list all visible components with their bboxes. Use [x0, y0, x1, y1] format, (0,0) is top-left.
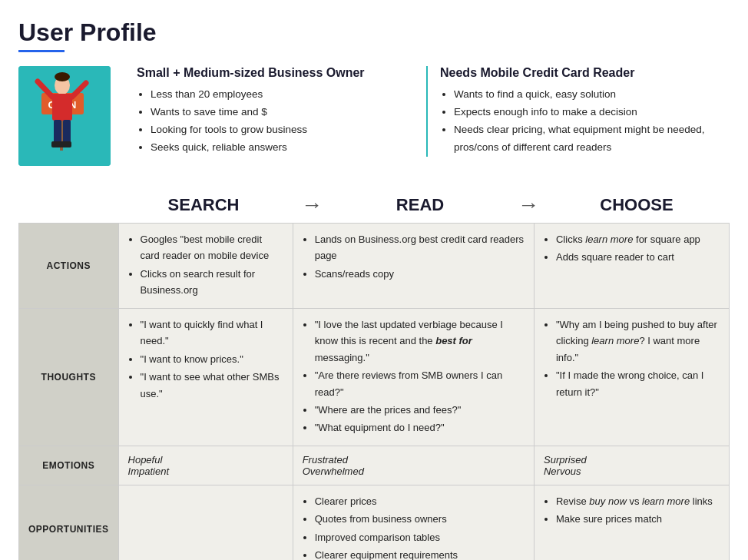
list-item: Revise buy now vs learn more links — [556, 493, 720, 509]
page-title: User Profile — [18, 18, 730, 47]
list-item: "Where are the prices and fees?" — [315, 402, 525, 418]
svg-point-5 — [55, 72, 70, 81]
arrow-1: → — [296, 193, 327, 217]
list-item: Wants to save time and $ — [151, 104, 414, 121]
profile-col1-heading: Small + Medium-sized Business Owner — [137, 66, 414, 80]
svg-rect-9 — [54, 120, 61, 143]
emotions-row: EMOTIONS HopefulImpatient FrustratedOver… — [19, 446, 730, 485]
svg-rect-12 — [61, 141, 71, 147]
thoughts-read: "I love the last updated verbiage becaus… — [293, 308, 534, 446]
list-item: "I want to know prices." — [141, 351, 283, 367]
list-item: Wants to find a quick, easy solution — [454, 86, 717, 104]
thoughts-label: THOUGHTS — [19, 308, 119, 446]
list-item: "I want to see what other SMBs use." — [141, 369, 283, 402]
list-item: Scans/reads copy — [315, 266, 525, 282]
emotions-label: EMOTIONS — [19, 446, 119, 485]
list-item: Lands on Business.org best credit card r… — [315, 231, 525, 264]
list-item: Seeks quick, reliable answers — [151, 139, 414, 157]
list-item: Clicks learn more for square app — [556, 231, 720, 247]
title-underline — [18, 50, 65, 52]
actions-choose: Clicks learn more for square app Adds sq… — [534, 224, 729, 309]
svg-rect-10 — [63, 120, 71, 143]
actions-read: Lands on Business.org best credit card r… — [293, 224, 534, 309]
list-item: Adds square reader to cart — [556, 249, 720, 265]
list-item: "Are there reviews from SMB owners I can… — [315, 367, 525, 400]
arrow-2: → — [513, 193, 544, 217]
journey-table: ACTIONS Googles "best mobile credit card… — [18, 223, 730, 560]
list-item: Clicks on search result for Business.org — [141, 266, 283, 299]
actions-label: ACTIONS — [19, 224, 119, 309]
list-item: Quotes from business owners — [315, 511, 525, 527]
thoughts-row: THOUGHTS "I want to quickly find what I … — [19, 308, 730, 446]
profile-image: OPEN — [18, 66, 111, 166]
list-item: "What equipment do I need?" — [315, 419, 525, 436]
list-item: Needs clear pricing, what equipment migh… — [454, 121, 717, 157]
journey-header: SEARCH → READ → CHOOSE — [18, 187, 730, 223]
thoughts-choose: "Why am I being pushed to buy after clic… — [534, 308, 729, 446]
opportunities-choose: Revise buy now vs learn more links Make … — [534, 485, 729, 560]
list-item: "I want to quickly find what I need." — [141, 316, 283, 350]
list-item: Looking for tools to grow business — [151, 121, 414, 139]
actions-row: ACTIONS Googles "best mobile credit card… — [19, 224, 730, 309]
list-item: Expects enough info to make a decision — [454, 104, 717, 121]
list-item: Make sure prices match — [556, 511, 720, 527]
phase-read-label: READ — [327, 187, 513, 223]
list-item: Less than 20 employees — [151, 86, 414, 104]
profile-col-1: Small + Medium-sized Business Owner Less… — [124, 66, 428, 157]
emotions-read: FrustratedOverwhelmed — [293, 446, 534, 485]
opportunities-read: Clearer prices Quotes from business owne… — [293, 485, 534, 560]
list-item: "I love the last updated verbiage becaus… — [315, 316, 525, 366]
list-item: Clearer prices — [315, 493, 525, 509]
emotions-search: HopefulImpatient — [118, 446, 293, 485]
profile-col-2: Needs Mobile Credit Card Reader Wants to… — [428, 66, 730, 157]
profile-col2-heading: Needs Mobile Credit Card Reader — [440, 66, 717, 80]
list-item: Improved comparison tables — [315, 529, 525, 545]
svg-rect-6 — [52, 94, 72, 121]
opportunities-label: OPPORTUNITIES — [19, 485, 119, 560]
phase-choose-label: CHOOSE — [544, 187, 730, 223]
profile-col2-list: Wants to find a quick, easy solution Exp… — [440, 86, 717, 157]
svg-rect-11 — [51, 141, 62, 147]
thoughts-search: "I want to quickly find what I need." "I… — [118, 308, 293, 446]
profile-col1-list: Less than 20 employees Wants to save tim… — [137, 86, 414, 157]
list-item: "Why am I being pushed to buy after clic… — [556, 316, 720, 366]
emotions-choose: SurprisedNervous — [534, 446, 729, 485]
phase-search-label: SEARCH — [111, 187, 296, 223]
list-item: Clearer equipment requirements — [315, 547, 525, 560]
opportunities-row: OPPORTUNITIES Clearer prices Quotes from… — [19, 485, 730, 560]
list-item: "If I made the wrong choice, can I retur… — [556, 367, 720, 400]
list-item: Googles "best mobile credit card reader … — [141, 231, 283, 264]
actions-search: Googles "best mobile credit card reader … — [118, 224, 293, 309]
profile-section: OPEN Small + Medium-sized Business Owner… — [18, 66, 730, 166]
opportunities-search — [118, 485, 293, 560]
